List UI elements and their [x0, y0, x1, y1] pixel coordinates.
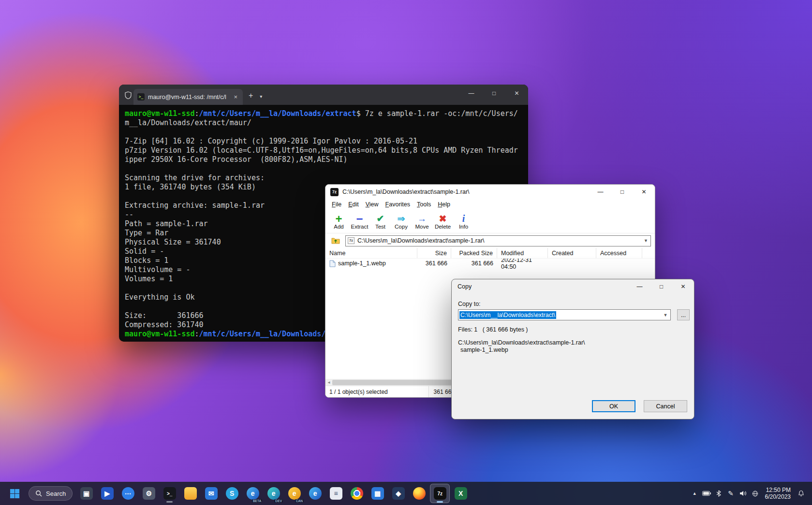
folder-up-button[interactable] [329, 235, 342, 246]
dev-tools-icon[interactable]: ◆ [388, 484, 408, 503]
menu-file[interactable]: File [328, 200, 345, 209]
taskbar-clock[interactable]: 12:50 PM 6/20/2023 [765, 487, 791, 501]
address-dropdown-icon[interactable]: ▼ [641, 238, 650, 243]
tab-dropdown-icon[interactable]: ▾ [258, 94, 267, 105]
new-tab-button[interactable]: + [243, 91, 258, 105]
prompt-path: /mnt/c/Users/m__la/Downloads/ [199, 330, 326, 338]
dialog-maximize-button[interactable]: □ [650, 279, 672, 294]
chat-icon[interactable]: ⋯ [118, 484, 138, 503]
network-icon[interactable] [749, 485, 761, 502]
toolbar-test-button[interactable]: ✔ Test [370, 210, 391, 233]
terminal-minimize-button[interactable]: — [460, 85, 483, 102]
copy-dialog: Copy — □ ✕ Copy to: C:\Users\m__la\Downl… [451, 279, 694, 419]
menu-favorites[interactable]: Favorites [382, 200, 413, 209]
sevenzip-caption-buttons: — □ ✕ [590, 185, 655, 199]
settings-icon[interactable]: ⚙ [139, 484, 159, 503]
firefox-icon[interactable] [409, 484, 429, 503]
search-box[interactable]: Search [29, 486, 73, 501]
edge-dev-icon-badge: DEV [274, 499, 283, 503]
menu-help[interactable]: Help [434, 200, 454, 209]
prompt-path: /mnt/c/Users/m__la/Downloads/extract [199, 109, 356, 118]
header-packed-size[interactable]: Packed Size [451, 248, 497, 258]
terminal-maximize-button[interactable]: □ [483, 85, 505, 102]
sevenzip-maximize-button[interactable]: □ [611, 185, 633, 199]
terminal-close-button[interactable]: ✕ [505, 85, 528, 102]
header-size[interactable]: Size [417, 248, 451, 258]
toolbar-info-button[interactable]: i Info [453, 210, 474, 233]
sevenzip-toolbar: + Add − Extract ✔ Test ⇒ Copy → Move ✖ D… [325, 210, 655, 233]
dialog-close-button[interactable]: ✕ [672, 279, 694, 294]
header-accessed[interactable]: Accessed [596, 248, 642, 258]
header-name[interactable]: Name [325, 248, 417, 258]
photos-icon[interactable]: ▣ [76, 484, 96, 503]
terminal-tab-icon: >_ [137, 93, 145, 101]
sevenzip-app-icon: 7z [330, 188, 339, 196]
edge-beta-icon-badge: BETA [252, 499, 262, 503]
seven-zip-icon[interactable]: 7z [430, 484, 450, 503]
file-explorer-icon[interactable] [180, 484, 200, 503]
search-label: Search [46, 490, 66, 497]
menu-view[interactable]: View [362, 200, 382, 209]
toolbar-extract-button[interactable]: − Extract [349, 210, 370, 233]
tab-close-icon[interactable]: × [232, 93, 239, 101]
volume-icon[interactable] [737, 485, 749, 502]
notification-bell-icon[interactable] [795, 485, 807, 502]
prompt-separator: : [195, 109, 199, 118]
edge-canary-icon[interactable]: eCAN [284, 484, 304, 503]
ok-button[interactable]: OK [592, 400, 635, 412]
skype-icon[interactable]: S [222, 484, 242, 503]
terminal-icon[interactable]: >_ [160, 484, 179, 503]
browse-button[interactable]: ... [677, 309, 690, 320]
chrome-icon[interactable] [347, 484, 367, 503]
terminal-tab[interactable]: >_ mauro@vm-w11-ssd: /mnt/c/l × [133, 89, 243, 105]
edge-beta-icon[interactable]: eBETA [243, 484, 263, 503]
edge-icon[interactable]: e [305, 484, 325, 503]
movies-tv-icon[interactable]: ▶ [97, 484, 117, 503]
file-list-headers: Name Size Packed Size Modified Created A… [325, 248, 655, 259]
notepad-icon[interactable]: ≡ [326, 484, 346, 503]
sevenzip-window-title: C:\Users\m_la\Downloads\extract\sample-1… [342, 188, 470, 195]
header-modified[interactable]: Modified [497, 248, 548, 258]
hidden-icons-chevron[interactable]: ▲ [689, 485, 701, 502]
start-button[interactable] [5, 484, 25, 503]
edge-dev-icon[interactable]: eDEV [264, 484, 283, 503]
windows-logo-icon [10, 489, 20, 499]
toolbar-delete-button[interactable]: ✖ Delete [432, 210, 453, 233]
bluetooth-icon[interactable] [713, 485, 725, 502]
folder-up-icon [331, 237, 340, 244]
copy-to-combobox[interactable]: C:\Users\m__la\Downloads\extract\ ▼ [458, 309, 671, 320]
toolbar-move-button[interactable]: → Move [412, 210, 432, 233]
mail-icon[interactable]: ✉ [201, 484, 221, 503]
copy-to-dropdown-icon[interactable]: ▼ [661, 313, 670, 317]
sevenzip-close-button[interactable]: ✕ [633, 185, 655, 199]
header-created[interactable]: Created [548, 248, 596, 258]
dialog-minimize-button[interactable]: — [629, 279, 650, 294]
copy-dialog-titlebar[interactable]: Copy — □ ✕ [452, 279, 694, 294]
copy-dialog-title: Copy [458, 283, 472, 290]
edge-canary-icon-badge: CAN [295, 499, 304, 503]
copy-to-value[interactable]: C:\Users\m__la\Downloads\extract\ [459, 311, 556, 319]
system-tray: ▲ ✎ 12:50 PM 6/20/2023 [689, 485, 807, 502]
taskbar: Search ▣▶⋯⚙>_✉SeBETAeDEVeCANe≡▦◆7zX ▲ ✎ … [0, 482, 812, 505]
sevenzip-titlebar[interactable]: 7z C:\Users\m_la\Downloads\extract\sampl… [325, 185, 655, 199]
sevenzip-addressbar: 7z C:\Users\m_la\Downloads\extract\sampl… [325, 233, 655, 248]
toolbar-add-button[interactable]: + Add [328, 210, 349, 233]
sevenzip-minimize-button[interactable]: — [590, 185, 611, 199]
menu-tools[interactable]: Tools [413, 200, 434, 209]
taskbar-app-icons: ▣▶⋯⚙>_✉SeBETAeDEVeCANe≡▦◆7zX [76, 484, 471, 503]
source-file-name: sample-1_1.webp [460, 346, 508, 353]
store-icon[interactable]: ▦ [368, 484, 387, 503]
excel-icon[interactable]: X [451, 484, 471, 503]
address-combobox[interactable]: 7z C:\Users\m_la\Downloads\extract\sampl… [345, 235, 651, 246]
desktop: >_ mauro@vm-w11-ssd: /mnt/c/l × + ▾ — □ … [0, 0, 812, 505]
toolbar-copy-button[interactable]: ⇒ Copy [391, 210, 412, 233]
cancel-button[interactable]: Cancel [644, 400, 687, 412]
terminal-titlebar[interactable]: >_ mauro@vm-w11-ssd: /mnt/c/l × + ▾ — □ … [119, 85, 528, 105]
pen-icon[interactable]: ✎ [725, 485, 737, 502]
address-path: C:\Users\m_la\Downloads\extract\sample-1… [357, 237, 485, 244]
menu-edit[interactable]: Edit [345, 200, 362, 209]
scroll-left-icon[interactable]: ◄ [325, 380, 332, 385]
extract-icon: − [356, 214, 363, 224]
file-row[interactable]: sample-1_1.webp 361 666 361 666 2022-12-… [325, 259, 655, 268]
battery-icon[interactable] [701, 485, 713, 502]
